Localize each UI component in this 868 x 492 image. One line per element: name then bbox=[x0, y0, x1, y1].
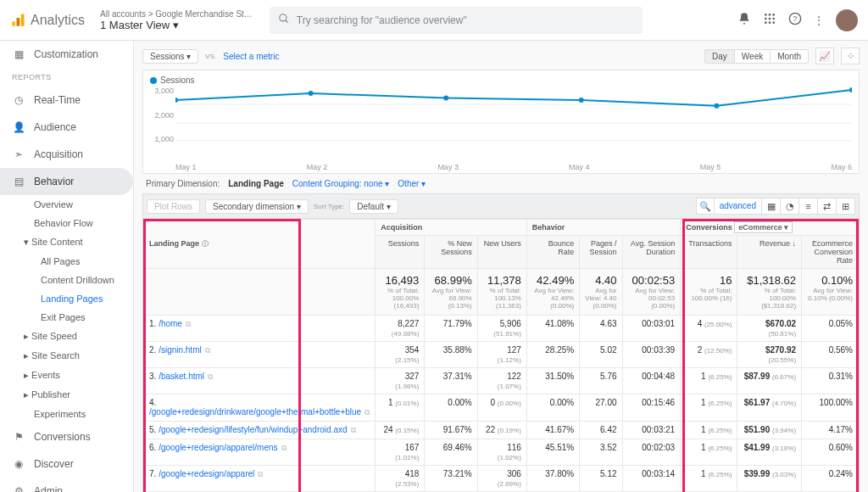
external-link-icon[interactable]: ⧉ bbox=[281, 444, 287, 452]
logo[interactable]: Analytics bbox=[10, 13, 85, 28]
external-link-icon[interactable]: ⧉ bbox=[205, 346, 210, 355]
sidebar-label: Acquisition bbox=[34, 148, 83, 160]
svg-point-9 bbox=[769, 18, 771, 20]
account-breadcrumb: All accounts > Google Merchandise St… bbox=[100, 9, 253, 19]
table-row[interactable]: 7. /google+redesign/apparel⧉ 418 (2.53%)… bbox=[144, 466, 859, 492]
sidebar-admin[interactable]: ⚙Admin bbox=[0, 478, 133, 492]
plot-rows-button[interactable]: Plot Rows bbox=[147, 199, 200, 214]
sub-experiments[interactable]: Experiments bbox=[0, 405, 133, 423]
pivot-view-icon[interactable]: ⊞ bbox=[837, 198, 855, 215]
landing-page-link[interactable]: /basket.html bbox=[159, 372, 204, 381]
period-month[interactable]: Month bbox=[770, 49, 809, 64]
sub-behavior-flow[interactable]: Behavior Flow bbox=[0, 214, 133, 232]
content-grouping-link[interactable]: Content Grouping: none ▾ bbox=[292, 179, 390, 188]
svg-point-20 bbox=[309, 91, 314, 96]
table-row[interactable]: 1. /home⧉ 8,227 (49.88%) 71.79% 5,906 (5… bbox=[144, 316, 859, 342]
help-icon[interactable]: ? bbox=[788, 12, 802, 28]
table-view-icon[interactable]: ▦ bbox=[762, 198, 781, 215]
chart-dots-icon[interactable]: ⁘ bbox=[841, 48, 860, 64]
external-link-icon[interactable]: ⧉ bbox=[208, 372, 213, 381]
xtick: May 2 bbox=[307, 163, 328, 171]
sub-events[interactable]: ▸ Events bbox=[0, 366, 133, 385]
sub-site-content[interactable]: ▾ Site Content bbox=[0, 232, 133, 252]
sub-landing-pages[interactable]: Landing Pages bbox=[0, 289, 133, 308]
secondary-dim-select[interactable]: Secondary dimension ▾ bbox=[205, 199, 309, 214]
apps-icon[interactable] bbox=[763, 12, 776, 28]
sidebar-discover[interactable]: ◉Discover bbox=[0, 450, 133, 478]
sub-publisher[interactable]: ▸ Publisher bbox=[0, 385, 133, 405]
table-row[interactable]: 6. /google+redesign/apparel/mens⧉ 167 (1… bbox=[144, 439, 859, 466]
search-input[interactable]: Try searching for "audience overview" bbox=[270, 7, 643, 34]
col-ecr[interactable]: Ecommerce Conversion Rate bbox=[802, 236, 859, 269]
col-new-sessions[interactable]: % New Sessions bbox=[425, 236, 477, 269]
landing-page-link[interactable]: /google+redesign/apparel/mens bbox=[159, 443, 277, 452]
sub-content-drilldown[interactable]: Content Drilldown bbox=[0, 271, 133, 289]
external-link-icon[interactable]: ⧉ bbox=[186, 320, 191, 328]
landing-page-link[interactable]: /google+redesign/apparel bbox=[159, 469, 254, 478]
conversions-select[interactable]: eCommerce ▾ bbox=[734, 221, 793, 233]
sub-overview[interactable]: Overview bbox=[0, 195, 133, 214]
external-link-icon[interactable]: ⧉ bbox=[364, 408, 370, 417]
sidebar-realtime[interactable]: ◷Real-Time bbox=[0, 87, 133, 114]
external-link-icon[interactable]: ⧉ bbox=[258, 470, 263, 478]
comparison-view-icon[interactable]: ⇄ bbox=[818, 198, 837, 215]
chart-type-icon[interactable]: 📈 bbox=[815, 48, 834, 64]
landing-page-link[interactable]: /google+redesign/drinkware/google+therma… bbox=[149, 407, 361, 417]
percent-view-icon[interactable]: ◔ bbox=[781, 198, 799, 215]
legend-label: Sessions bbox=[160, 75, 195, 85]
sort-type-select[interactable]: Default ▾ bbox=[349, 199, 398, 214]
col-sessions[interactable]: Sessions bbox=[376, 236, 425, 269]
sidebar-conversions[interactable]: ⚑Conversions bbox=[0, 423, 133, 450]
sub-site-search[interactable]: ▸ Site Search bbox=[0, 346, 133, 366]
topbar: Analytics All accounts > Google Merchand… bbox=[0, 0, 868, 41]
sub-exit-pages[interactable]: Exit Pages bbox=[0, 308, 133, 327]
avatar[interactable] bbox=[836, 9, 858, 31]
advanced-link[interactable]: advanced bbox=[715, 198, 762, 215]
sidebar-audience[interactable]: 👤Audience bbox=[0, 114, 133, 141]
other-link[interactable]: Other ▾ bbox=[398, 179, 426, 188]
sidebar-customization[interactable]: ▦ Customization bbox=[0, 41, 133, 68]
col-duration[interactable]: Avg. Session Duration bbox=[622, 236, 681, 269]
col-pps[interactable]: Pages / Session bbox=[580, 236, 622, 269]
landing-page-link[interactable]: /google+redesign/lifestyle/fun/windup+an… bbox=[159, 425, 347, 434]
sidebar-label: Discover bbox=[34, 458, 74, 470]
search-icon[interactable]: 🔍 bbox=[696, 198, 715, 215]
more-icon[interactable]: ⋮ bbox=[814, 14, 824, 26]
col-transactions[interactable]: Transactions bbox=[681, 236, 737, 269]
svg-point-10 bbox=[772, 18, 775, 20]
bell-icon[interactable] bbox=[737, 12, 751, 28]
sidebar-behavior[interactable]: ▤Behavior bbox=[0, 168, 133, 195]
table-row[interactable]: 3. /basket.html⧉ 327 (1.98%) 37.31% 122 … bbox=[144, 368, 859, 394]
col-revenue[interactable]: Revenue ↓ bbox=[737, 236, 802, 269]
landing-page-link[interactable]: /home bbox=[159, 319, 182, 328]
xtick: May 6 bbox=[831, 163, 852, 171]
period-week[interactable]: Week bbox=[734, 49, 770, 64]
table-row[interactable]: 4. /google+redesign/drinkware/google+the… bbox=[144, 394, 859, 422]
sub-all-pages[interactable]: All Pages bbox=[0, 252, 133, 271]
metric-selector[interactable]: Sessions ▾ bbox=[142, 49, 198, 64]
table-row[interactable]: 2. /signin.html⧉ 354 (2.15%) 35.88% 127 … bbox=[144, 342, 859, 368]
sub-site-speed[interactable]: ▸ Site Speed bbox=[0, 327, 133, 346]
svg-point-13 bbox=[772, 21, 775, 24]
sidebar-acquisition[interactable]: ➣Acquisition bbox=[0, 141, 133, 168]
col-landing-page[interactable]: Landing Page ⓘ bbox=[144, 220, 376, 269]
col-bounce[interactable]: Bounce Rate bbox=[526, 236, 579, 269]
col-new-users[interactable]: New Users bbox=[477, 236, 526, 269]
landing-page-link[interactable]: /signin.html bbox=[159, 345, 202, 355]
primary-dim-value[interactable]: Landing Page bbox=[228, 179, 284, 188]
svg-point-19 bbox=[175, 98, 178, 103]
svg-point-12 bbox=[769, 21, 771, 24]
data-table: Landing Page ⓘ Acquisition Behavior Conv… bbox=[142, 219, 860, 492]
period-day[interactable]: Day bbox=[704, 49, 734, 64]
vs-label: VS. bbox=[205, 53, 216, 60]
select-metric-link[interactable]: Select a metric bbox=[223, 52, 279, 61]
table-row[interactable]: 5. /google+redesign/lifestyle/fun/windup… bbox=[144, 422, 859, 439]
legend-dot-icon bbox=[150, 77, 157, 84]
group-acquisition: Acquisition bbox=[376, 220, 527, 236]
flag-icon: ⚑ bbox=[12, 430, 25, 444]
external-link-icon[interactable]: ⧉ bbox=[351, 426, 356, 434]
account-switcher[interactable]: All accounts > Google Merchandise St… 1 … bbox=[100, 9, 253, 31]
sidebar-label: Conversions bbox=[34, 431, 91, 443]
period-toggle: Day Week Month bbox=[704, 49, 809, 64]
performance-view-icon[interactable]: ≡ bbox=[799, 198, 818, 215]
